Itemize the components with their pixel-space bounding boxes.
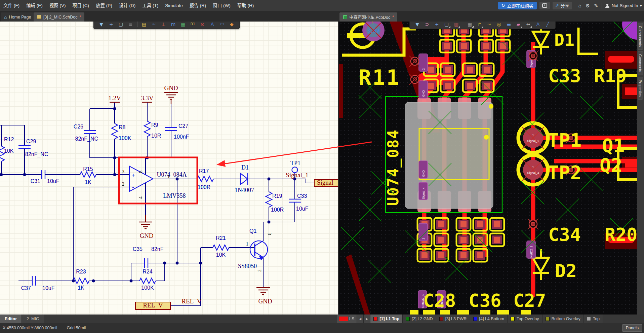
via-3v3[interactable]: 3.3V 1	[362, 22, 385, 41]
r24-val: 100K	[141, 285, 154, 291]
c33-val: 10uF	[296, 206, 309, 212]
schdoc-icon	[37, 15, 41, 19]
r8-ref: R8	[119, 124, 126, 130]
menubar-right: ↻ 立即在线购买 + ↗ 分享 ⌂ ⚙ ✎ Not Signed In▾	[498, 0, 642, 11]
sign-in-menu[interactable]: Not Signed In▾	[605, 3, 642, 8]
tab-schematic-doc[interactable]: [3] 2_MIC.SchDoc *	[34, 12, 84, 22]
share-icon: ↗	[555, 3, 559, 8]
home-icon[interactable]: ⌂	[578, 3, 582, 8]
layer-tab--3-l3-pwr[interactable]: [3] L3 PWR	[436, 314, 470, 323]
q1-ref: Q1	[249, 228, 256, 234]
share-button[interactable]: ↗ 分享	[553, 2, 572, 9]
pad-number: 1	[532, 165, 534, 169]
buy-online-button[interactable]: ↻ 立即在线购买	[498, 2, 537, 9]
comment-button[interactable]: +	[539, 2, 550, 9]
menu-file[interactable]: 文件 (F)	[0, 0, 23, 11]
layer-tab-bottom-overlay[interactable]: Bottom Overlay	[542, 314, 584, 323]
gnd-label: GND	[139, 232, 153, 239]
pcb-label-c34: C34	[548, 224, 581, 245]
opamp-minus: -	[132, 184, 134, 191]
menu-place[interactable]: 放置 (P)	[92, 0, 116, 11]
menu-help[interactable]: 帮助 (H)	[234, 0, 257, 11]
d1-ref: D1	[241, 164, 249, 171]
pcb-canvas[interactable]: U074_084 3.3V 1	[338, 22, 637, 314]
layer-tab-top-overlay[interactable]: Top Overlay	[508, 314, 542, 323]
document-tab-bar: ⌂ Home Page [3] 2_MIC.SchDoc * 电赛声源小车.Pc…	[0, 11, 644, 22]
layer-color-swatch	[439, 317, 443, 321]
menu-window[interactable]: 窗口 (W)	[209, 0, 234, 11]
pcb-label-c36: C36	[469, 290, 501, 311]
layer-scroll-left[interactable]: ◀	[357, 314, 364, 323]
menu-design[interactable]: 设计 (D)	[116, 0, 139, 11]
opamp-plus: +	[132, 172, 135, 178]
c27-ref: C27	[178, 123, 188, 129]
pin-number: 3	[122, 169, 124, 174]
panel-tab-components[interactable]: Components	[638, 23, 643, 50]
layer-color-swatch	[546, 317, 550, 321]
pcb-label-c27: C27	[513, 290, 546, 311]
pcb-drawing: U074_084 3.3V 1	[339, 22, 638, 314]
panels-button[interactable]: Panels	[622, 324, 642, 332]
r21-ref: R21	[216, 235, 226, 241]
c37-ref: C37	[21, 285, 31, 291]
layer-tab--4-l4-bottom[interactable]: [4] L4 Bottom	[470, 314, 508, 323]
cursor-coordinates: X:4550.000mil Y:8600.000mil	[3, 326, 57, 330]
r9-val: 10R	[151, 133, 161, 139]
schematic-canvas[interactable]: ▼+▢≣▤≈⊥m▦D1⊘A◠◆	[0, 22, 338, 314]
schematic-drawing: 1.2V 3.3V GND GND GND REL_V REL_V Signal…	[0, 22, 338, 314]
pad-net: Signal_1	[527, 139, 539, 143]
gear-icon[interactable]: ⚙	[585, 3, 591, 9]
menu-simulate[interactable]: Simulate	[162, 0, 186, 11]
tab-home-page[interactable]: ⌂ Home Page	[1, 12, 34, 22]
pcb-label-u074: U074_084	[385, 129, 402, 206]
svg-text:GND: GND	[422, 170, 425, 177]
pcb-label-q2: Q2	[600, 154, 622, 176]
menu-tools[interactable]: 工具 (T)	[139, 0, 162, 11]
layer-set-selector[interactable]: LS	[337, 314, 357, 323]
r24-ref: R24	[143, 269, 152, 274]
pen-icon[interactable]: ✎	[593, 3, 599, 9]
pin-number: 1	[167, 174, 170, 179]
r12-val: 10K	[4, 148, 14, 154]
c27-val: 100nF	[174, 134, 189, 140]
tab-editor[interactable]: Editor	[0, 314, 22, 323]
panel-tab-properties[interactable]: Properties	[638, 77, 643, 100]
layer-tab--2-l2-gnd[interactable]: [2] L2 GND	[403, 314, 436, 323]
pcb-label-c28: C28	[423, 290, 456, 311]
r15-ref: R15	[83, 166, 93, 172]
layer-scroll-right[interactable]: ▶	[364, 314, 370, 323]
menu-edit[interactable]: 编辑 (E)	[23, 0, 46, 11]
c29-ref: C29	[26, 139, 36, 144]
c31-val: 10uF	[47, 178, 59, 184]
pcb-label-r11: R11	[359, 65, 400, 90]
status-bar: X:4550.000mil Y:8600.000mil Grid:50mil P…	[0, 323, 644, 333]
tab-sheet-2mic[interactable]: 2_MIC	[22, 314, 44, 323]
r8-val: 100K	[119, 135, 131, 141]
opamp-model: LMV358	[163, 192, 186, 199]
home-page-icon: ⌂	[4, 14, 7, 20]
menu-view[interactable]: 视图 (V)	[46, 0, 69, 11]
pin-number: 2	[122, 182, 124, 187]
layer-tab--1-l1-top[interactable]: [1] L1 Top	[370, 314, 403, 323]
net-3v3-label: 3.3V	[367, 28, 379, 34]
tab-pcb-doc[interactable]: 电赛声源小车.PcbDoc *	[339, 12, 397, 22]
c31-ref: C31	[31, 178, 40, 184]
svg-text:NetD2_1: NetD2_1	[530, 246, 533, 258]
r19-val: 100R	[271, 207, 284, 213]
menu-project[interactable]: 项目 (C)	[69, 0, 93, 11]
d1-val: 1N4007	[235, 187, 254, 193]
layer-tab-top[interactable]: Top	[584, 314, 603, 323]
layer-color-swatch	[406, 317, 410, 321]
r21-val: 10K	[216, 252, 226, 258]
layer-color-swatch	[473, 317, 477, 321]
pcb-label-tp1: TP1	[548, 129, 581, 151]
active-layer-swatch	[339, 317, 348, 321]
pcb-label-d1: D1	[554, 30, 574, 50]
pin-number: 2	[257, 269, 262, 272]
r23-ref: R23	[76, 269, 86, 274]
panel-tab-comments[interactable]: Comments	[638, 51, 643, 75]
menu-reports[interactable]: 报告 (R)	[186, 0, 210, 11]
svg-text:2: 2	[422, 68, 425, 70]
power-label: 3.3V	[141, 95, 154, 102]
r19-ref: R19	[272, 193, 282, 199]
